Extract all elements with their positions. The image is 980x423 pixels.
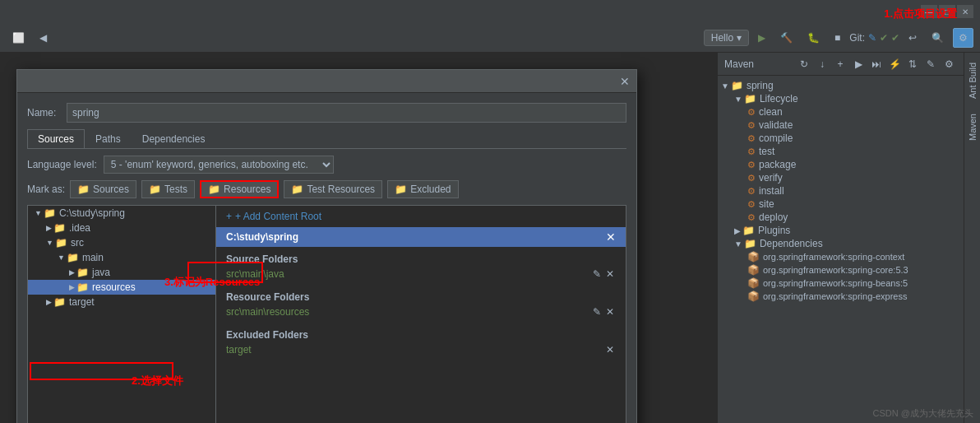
add-content-root-btn[interactable]: + + Add Content Root	[216, 206, 626, 227]
minimize-button[interactable]: —	[921, 5, 937, 18]
tree-node-main[interactable]: ▼ 📁 main	[28, 250, 215, 265]
chevron-target: ▶	[46, 298, 52, 306]
maven-edit-btn[interactable]: ✎	[922, 56, 939, 72]
maven-package[interactable]: ⚙ package	[718, 158, 964, 171]
resource-folder-remove-btn[interactable]: ✕	[604, 306, 616, 318]
mark-excluded-btn[interactable]: 📁 Excluded	[387, 180, 458, 198]
project-structure-dialog: ✕ Name: Sources Paths Depende	[16, 69, 637, 423]
chevron-spring: ▼	[721, 81, 729, 91]
target-folder-icon: 📁	[53, 296, 66, 308]
dep-express-icon: 📦	[747, 291, 760, 302]
maximize-button[interactable]: □	[939, 5, 955, 18]
stop-btn[interactable]: ■	[829, 28, 846, 48]
source-folders-section: Source Folders src\main\java ✎ ✕	[216, 247, 626, 285]
maven-spring-root[interactable]: ▼ 📁 spring	[718, 79, 964, 92]
maven-compile[interactable]: ⚙ compile	[718, 132, 964, 145]
search-toolbar-btn[interactable]: 🔍	[926, 28, 950, 48]
debug-btn[interactable]: 🐛	[802, 28, 825, 48]
maven-add-btn[interactable]: +	[832, 56, 848, 72]
dep-beans-icon: 📦	[747, 277, 760, 289]
excluded-folder-remove-btn[interactable]: ✕	[604, 344, 616, 356]
ant-build-vtab[interactable]: Ant Build	[966, 56, 979, 105]
tree-node-idea[interactable]: ▶ 📁 .idea	[28, 221, 215, 235]
tab-dependencies[interactable]: Dependencies	[132, 129, 216, 148]
maven-download-btn[interactable]: ↓	[814, 56, 830, 72]
maven-dep-core[interactable]: 📦 org.springframework:spring-core:5.3	[718, 263, 964, 277]
content-root-header: C:\study\spring ✕	[216, 227, 626, 247]
resource-folder-actions: ✎ ✕	[591, 306, 616, 318]
chevron-main: ▼	[58, 253, 65, 262]
tests-folder-icon: 📁	[149, 184, 161, 195]
maven-tree: ▼ 📁 spring ▼ 📁 Lifecycle ⚙ clean ⚙ valid…	[718, 76, 964, 423]
tree-node-java[interactable]: ▶ 📁 java	[28, 265, 215, 280]
maven-validate[interactable]: ⚙ validate	[718, 119, 964, 132]
mark-test-resources-btn[interactable]: 📁 Test Resources	[284, 180, 382, 198]
deploy-gear-icon: ⚙	[747, 212, 756, 223]
mark-resources-btn[interactable]: 📁 Resources	[200, 180, 279, 198]
excluded-folders-title: Excluded Folders	[226, 326, 616, 342]
tree-node-resources[interactable]: ▶ 📁 resources	[28, 280, 215, 295]
chevron-plugins: ▶	[734, 226, 741, 235]
maven-lifecycle[interactable]: ▼ 📁 Lifecycle	[718, 92, 964, 105]
content-root-close-btn[interactable]: ✕	[606, 230, 616, 244]
maven-lightning-btn[interactable]: ⚡	[886, 56, 903, 72]
lifecycle-folder-icon: 📁	[744, 93, 756, 105]
tree-node-target[interactable]: ▶ 📁 target	[28, 295, 215, 309]
maven-dep-beans[interactable]: 📦 org.springframework:spring-beans:5	[718, 277, 964, 290]
maven-refresh-btn[interactable]: ↻	[796, 56, 812, 72]
spring-folder-icon: 📁	[731, 80, 743, 91]
maven-header: Maven ↻ ↓ + ▶ ⏭ ⚡ ⇅ ✎ ⚙	[718, 53, 964, 76]
chevron-idea: ▶	[46, 224, 52, 232]
language-level-label: Language level:	[27, 159, 97, 170]
build-btn[interactable]: 🔨	[774, 28, 798, 48]
back-btn[interactable]: ◀	[34, 28, 53, 48]
source-tree-pane: ▼ 📁 C:\study\spring ▶ 📁 .idea	[27, 205, 216, 423]
maven-test[interactable]: ⚙ test	[718, 145, 964, 158]
hello-dropdown[interactable]: Hello ▾	[704, 30, 749, 46]
close-button[interactable]: ✕	[957, 5, 973, 18]
dialog-close-button[interactable]: ✕	[618, 75, 631, 88]
mark-tests-btn[interactable]: 📁 Tests	[141, 180, 195, 198]
source-folder-entry: src\main\java ✎ ✕	[226, 267, 616, 281]
maven-deploy[interactable]: ⚙ deploy	[718, 211, 964, 224]
root-folder-icon: 📁	[44, 207, 56, 219]
mark-sources-btn[interactable]: 📁 Sources	[70, 180, 136, 198]
git-undo-btn[interactable]: ↩	[903, 28, 922, 48]
toolbar-icon-btn[interactable]: ⬜	[7, 28, 30, 48]
vertical-tabs: Ant Build Maven	[964, 53, 980, 423]
language-level-select[interactable]: 5 - 'enum' keyword, generics, autoboxing…	[104, 156, 334, 174]
maven-dep-context[interactable]: 📦 org.springframework:spring-context	[718, 250, 964, 263]
chevron-lifecycle: ▼	[734, 95, 742, 104]
name-input[interactable]	[67, 103, 626, 123]
maven-skip-btn[interactable]: ⏭	[868, 56, 885, 72]
maven-sort-btn[interactable]: ⇅	[904, 56, 921, 72]
run-btn[interactable]: ▶	[752, 28, 771, 48]
maven-dependencies[interactable]: ▼ 📁 Dependencies	[718, 237, 964, 250]
tab-sources[interactable]: Sources	[27, 129, 85, 148]
tree-node-src[interactable]: ▼ 📁 src	[28, 235, 215, 250]
maven-verify[interactable]: ⚙ verify	[718, 171, 964, 184]
tab-paths[interactable]: Paths	[85, 129, 132, 148]
tree-node-root[interactable]: ▼ 📁 C:\study\spring	[28, 206, 215, 221]
resource-folders-section: Resource Folders src\main\resources ✎ ✕	[216, 285, 626, 323]
resource-folder-edit-btn[interactable]: ✎	[591, 306, 603, 318]
chevron-src: ▼	[46, 239, 53, 247]
maven-site[interactable]: ⚙ site	[718, 198, 964, 211]
resources-folder-icon: 📁	[208, 184, 220, 195]
source-folder-actions: ✎ ✕	[591, 268, 616, 280]
maven-settings-btn[interactable]: ⚙	[941, 56, 957, 72]
maven-vtab[interactable]: Maven	[966, 107, 979, 147]
source-folder-edit-btn[interactable]: ✎	[591, 268, 603, 280]
source-folder-remove-btn[interactable]: ✕	[604, 268, 616, 280]
maven-run-btn[interactable]: ▶	[850, 56, 867, 72]
dep-core-icon: 📦	[747, 264, 760, 276]
dep-context-icon: 📦	[747, 251, 760, 263]
content-pane: + + Add Content Root C:\study\spring ✕ S…	[216, 205, 626, 423]
dialog-body: Name: Sources Paths Dependencies Languag…	[17, 93, 636, 423]
settings-toolbar-btn[interactable]: ⚙	[953, 28, 973, 48]
maven-clean[interactable]: ⚙ clean	[718, 105, 964, 119]
maven-plugins[interactable]: ▶ 📁 Plugins	[718, 224, 964, 237]
maven-install[interactable]: ⚙ install	[718, 184, 964, 198]
main-toolbar: ⬜ ◀ Hello ▾ ▶ 🔨 🐛 ■ Git: ✎ ✔ ✔ ↩ 🔍 ⚙	[0, 23, 980, 53]
maven-dep-express[interactable]: 📦 org.springframework:spring-express	[718, 290, 964, 303]
